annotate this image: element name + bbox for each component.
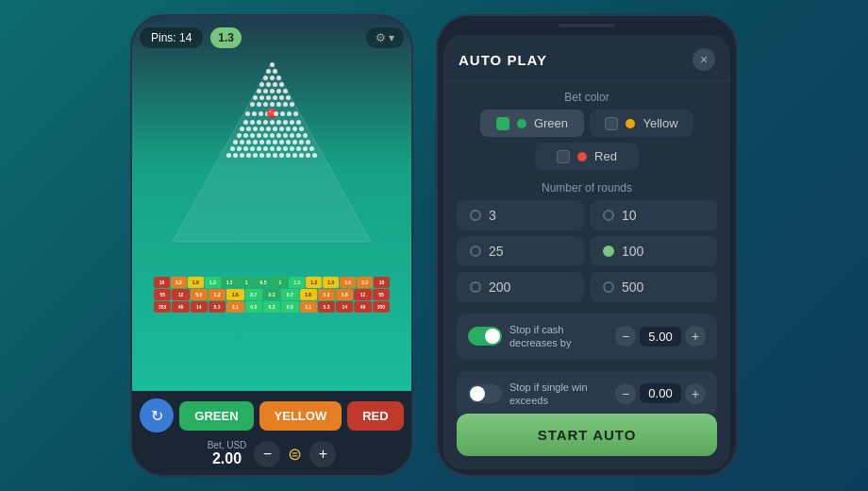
multiplier-value: 1.3 [218,31,234,44]
round-option-200[interactable]: 200 [457,272,584,302]
modal-header: AUTO PLAY × [443,35,730,81]
round-option-25[interactable]: 25 [457,236,584,266]
round-option-10[interactable]: 10 [590,200,717,230]
round-value-3: 3 [489,208,496,223]
yellow-label: Yellow [643,116,677,130]
stop-cash-toggle[interactable] [468,327,502,346]
stop-cash-value: 5.00 [640,327,681,347]
color-option-green[interactable]: Green [480,110,584,137]
modal-title: AUTO PLAY [459,52,547,68]
score-rows: 18 3.2 1.6 1.3 1.1 1 0.5 1 1.1 1.2 1.3 1… [154,277,390,313]
phone-notch [438,16,736,35]
red-dot [577,152,587,161]
phone-bottom: ↻ GREEN YELLOW RED Bet, USD 2.00 − ⊜ + [132,391,411,475]
round-value-100: 100 [622,244,643,259]
stop-win-toggle[interactable] [468,384,502,403]
stop-win-label: Stop if single win exceeds [509,381,608,408]
modal-body: Bet color Green Yellow [443,81,730,414]
bet-display: Bet, USD 2.00 [208,440,247,467]
pins-label: Pins: 14 [151,31,192,44]
rounds-grid: 3 10 25 100 [457,200,717,302]
green-label: Green [534,116,568,130]
bet-value: 2.00 [212,450,242,467]
round-radio-200 [470,281,481,293]
round-option-500[interactable]: 500 [590,272,717,302]
stop-win-value: 0.00 [640,383,681,403]
round-radio-3 [470,210,481,221]
start-auto-button[interactable]: START AUTO [457,414,717,456]
round-value-500: 500 [622,279,643,295]
color-options: Green Yellow Red [457,110,717,170]
plinko-board [154,58,390,275]
game-area: Pins: 14 1.3 ⚙ ▾ [132,16,411,391]
coin-icon: ⊜ [288,444,302,465]
right-phone: AUTO PLAY × Bet color Green [436,14,738,477]
stop-win-plus[interactable]: + [685,383,706,404]
bet-minus-button[interactable]: − [254,441,280,467]
stop-cash-row: Stop if cash decreases by − 5.00 + [457,313,717,360]
round-option-100[interactable]: 100 [590,236,717,266]
refresh-button[interactable]: ↻ [140,398,174,432]
color-buttons: ↻ GREEN YELLOW RED [140,398,404,432]
notch-bar [559,24,615,27]
yellow-dot [626,119,635,128]
round-value-200: 200 [489,279,510,295]
stop-cash-label: Stop if cash decreases by [509,323,608,350]
auto-play-modal: AUTO PLAY × Bet color Green [443,35,730,469]
round-radio-100 [603,246,614,257]
stop-cash-controls: − 5.00 + [615,326,706,347]
pins-badge: Pins: 14 [140,27,203,48]
top-bar: Pins: 14 1.3 ⚙ ▾ [140,27,404,48]
dots-grid [168,62,376,242]
stop-win-controls: − 0.00 + [615,383,706,404]
multiplier-badge: 1.3 [210,27,242,48]
rounds-section: Number of rounds 3 10 25 [457,181,717,302]
green-dot [517,119,526,128]
round-radio-25 [470,246,481,257]
yellow-check [605,117,618,130]
settings-button[interactable]: ⚙ ▾ [366,27,404,48]
rounds-label: Number of rounds [457,181,717,195]
red-label: Red [594,149,617,163]
stop-win-row: Stop if single win exceeds − 0.00 + [457,371,717,414]
color-option-red[interactable]: Red [535,143,639,170]
bet-color-label: Bet color [457,91,717,104]
close-button[interactable]: × [693,48,715,71]
round-value-10: 10 [622,208,637,223]
round-radio-10 [603,210,614,221]
stop-cash-plus[interactable]: + [685,326,706,347]
toggle-knob-win [470,386,485,401]
bet-label: Bet, USD [208,440,247,450]
stop-win-minus[interactable]: − [615,383,636,404]
bet-plus-button[interactable]: + [309,441,336,467]
yellow-button[interactable]: YELLOW [259,401,342,431]
round-value-25: 25 [489,244,504,259]
green-button[interactable]: GREEN [179,401,253,431]
round-option-3[interactable]: 3 [457,200,584,230]
toggle-knob-cash [485,329,500,344]
bet-row: Bet, USD 2.00 − ⊜ + [140,440,404,467]
green-check [496,117,509,130]
color-option-yellow[interactable]: Yellow [590,110,693,137]
stop-cash-minus[interactable]: − [615,326,636,347]
red-button[interactable]: RED [347,401,403,431]
bet-color-section: Bet color Green Yellow [457,91,717,170]
red-check [557,150,570,163]
left-phone: Pins: 14 1.3 ⚙ ▾ [130,14,413,477]
round-radio-500 [603,281,614,293]
